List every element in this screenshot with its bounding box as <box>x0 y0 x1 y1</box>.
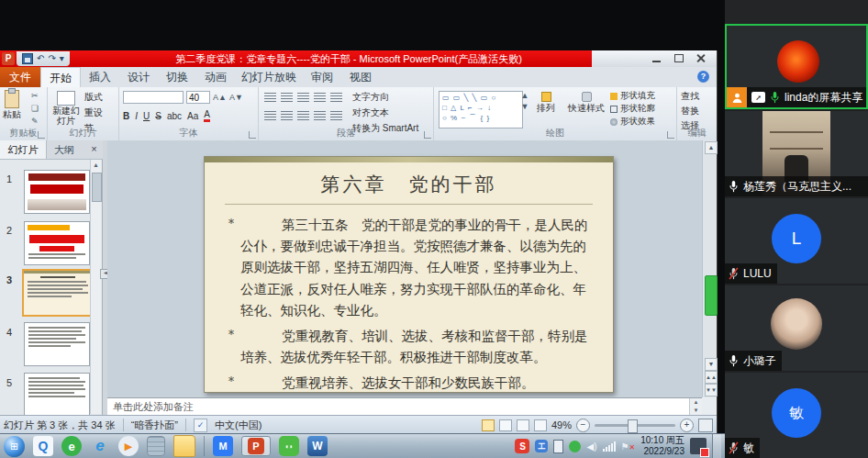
fit-to-window-icon[interactable] <box>698 419 713 432</box>
shapes-scroll-up-icon[interactable]: ▲ <box>521 91 529 101</box>
increase-indent-icon[interactable] <box>314 93 326 102</box>
word-icon[interactable]: W <box>307 436 328 456</box>
participant-tile-yanglianxiu[interactable]: 杨莲秀（马克思主义... <box>725 111 868 196</box>
align-text-button[interactable]: 对齐文本 <box>352 106 418 119</box>
qat-dropdown-icon[interactable]: ▾ <box>60 52 64 65</box>
numbering-icon[interactable] <box>281 93 293 102</box>
change-case-icon[interactable]: Aa <box>187 111 198 121</box>
tab-review[interactable]: 审阅 <box>303 67 341 87</box>
grow-font-icon[interactable]: A▲ <box>213 93 227 103</box>
slide-thumbnail-4[interactable] <box>24 322 90 366</box>
tab-outline[interactable]: 大纲 <box>46 140 83 159</box>
wechat-icon[interactable]: ◖◗ <box>279 436 299 456</box>
slide-thumbnail-5[interactable] <box>24 373 90 417</box>
redo-icon[interactable]: ↷ <box>48 52 55 65</box>
browser-360-icon[interactable]: e <box>61 436 82 456</box>
bold-icon[interactable]: B <box>123 111 129 121</box>
decrease-indent-icon[interactable] <box>297 93 309 102</box>
undo-icon[interactable]: ↶ <box>37 52 44 65</box>
columns-icon[interactable] <box>330 111 342 120</box>
tab-home[interactable]: 开始 <box>40 67 81 87</box>
powerpoint-taskbar-button[interactable]: P <box>241 436 271 456</box>
format-painter-icon[interactable]: ✎ <box>31 117 39 127</box>
slide-thumbnail-2[interactable] <box>24 221 90 265</box>
previous-slide-button[interactable]: ▲▲ <box>705 371 718 384</box>
slide-thumbnail-1[interactable] <box>24 170 90 214</box>
network-signal-icon[interactable] <box>603 441 616 452</box>
line-spacing-icon[interactable] <box>330 93 342 102</box>
minimize-button[interactable] <box>651 54 663 63</box>
tab-transitions[interactable]: 切换 <box>158 67 196 87</box>
sogou-input-icon[interactable]: S <box>515 439 529 453</box>
slideshow-view-icon[interactable] <box>534 419 547 431</box>
scroll-up-icon[interactable]: ▲ <box>705 141 718 154</box>
participant-tile-linda[interactable]: ➚ linda的屏幕共享 <box>725 24 868 109</box>
thumbnails-scrollbar[interactable]: ▲ <box>90 160 101 414</box>
tab-slideshow[interactable]: 幻灯片放映 <box>235 67 303 87</box>
cut-icon[interactable]: ✂ <box>31 91 39 101</box>
clear-formatting-icon[interactable]: abc <box>167 111 182 121</box>
align-left-icon[interactable] <box>264 111 276 120</box>
file-explorer-icon[interactable] <box>173 435 195 457</box>
maximize-button[interactable] <box>673 54 685 63</box>
meeting-tray-icon[interactable] <box>690 438 707 454</box>
find-button[interactable]: 查找 <box>681 90 699 103</box>
search-app-icon[interactable]: Q <box>33 436 53 456</box>
battery-tray-icon[interactable] <box>553 440 563 453</box>
shape-outline-button[interactable]: 形状轮廓 <box>610 103 655 115</box>
shapes-gallery[interactable]: ▭ ▭ ╲ ╲ ▭ ○ □ △ L ⌐ → ↓ ○ % ~ ⌒ { } <box>439 91 523 128</box>
notes-placeholder[interactable]: 单击此处添加备注 <box>113 400 194 414</box>
notes-scrollbar[interactable]: ▲ ▼ <box>689 398 702 415</box>
new-slide-button[interactable]: 新建幻灯片 <box>50 91 83 126</box>
tab-insert[interactable]: 插入 <box>81 67 119 87</box>
media-player-icon[interactable]: ▶ <box>118 436 139 456</box>
participant-tile-lulu[interactable]: L LULU <box>725 198 868 284</box>
copy-icon[interactable]: ❏ <box>31 104 39 114</box>
shapes-scroll-down-icon[interactable]: ▼ <box>521 102 529 112</box>
shape-fill-button[interactable]: 形状填充 <box>610 90 655 102</box>
tab-animations[interactable]: 动画 <box>196 67 235 87</box>
paste-button[interactable]: 粘贴 <box>3 90 21 121</box>
quick-styles-button[interactable]: 快速样式 <box>568 92 605 115</box>
zoom-out-button[interactable]: − <box>576 419 590 432</box>
scroll-down-icon[interactable]: ▼ <box>705 358 718 371</box>
notes-pane[interactable]: 单击此处添加备注 ▲ ▼ <box>107 397 702 415</box>
reading-view-icon[interactable] <box>517 419 529 431</box>
align-center-icon[interactable] <box>281 111 293 120</box>
justify-icon[interactable] <box>314 111 326 120</box>
slide-thumbnail-3-selected[interactable] <box>22 269 94 317</box>
layout-button[interactable]: 版式 <box>84 91 103 104</box>
show-desktop-button[interactable] <box>712 434 721 458</box>
meeting-app-icon[interactable]: M <box>213 436 233 456</box>
close-pane-icon[interactable]: × <box>88 143 100 155</box>
font-dialog-launcher[interactable] <box>249 131 256 139</box>
arrange-button[interactable]: 排列 <box>537 92 555 115</box>
language-indicator[interactable]: 中文(中国) <box>215 419 262 432</box>
slide-sorter-view-icon[interactable] <box>499 419 512 431</box>
input-toolbox-icon[interactable]: 工 <box>535 440 548 452</box>
notes-scroll-down-icon[interactable]: ▼ <box>690 407 702 415</box>
notes-scroll-up-icon[interactable]: ▲ <box>690 398 702 407</box>
help-icon[interactable]: ? <box>697 71 709 83</box>
thumbs-scroll-up-icon[interactable]: ▲ <box>91 160 101 170</box>
replace-button[interactable]: 替换 <box>681 105 699 117</box>
save-icon[interactable] <box>22 53 33 64</box>
powerpoint-logo-icon[interactable]: P <box>2 52 15 65</box>
zoom-slider-thumb[interactable] <box>628 419 638 433</box>
drawing-dialog-launcher[interactable] <box>667 131 674 139</box>
strikethrough-icon[interactable]: S <box>155 111 161 121</box>
text-direction-button[interactable]: 文字方向 <box>352 91 418 104</box>
spellcheck-icon[interactable]: ✓ <box>194 419 207 432</box>
font-name-combo[interactable] <box>123 91 184 104</box>
start-button[interactable]: ⊞ <box>4 436 25 457</box>
underline-icon[interactable]: U <box>143 111 150 121</box>
next-slide-button[interactable]: ▼▼ <box>705 384 718 397</box>
tab-file[interactable]: 文件 <box>0 67 40 87</box>
tab-view[interactable]: 视图 <box>341 67 380 87</box>
participant-tile-xiaoluzi[interactable]: 小璐子 <box>725 285 868 371</box>
paragraph-dialog-launcher[interactable] <box>424 131 431 139</box>
reset-button[interactable]: 重设 <box>84 106 103 119</box>
align-right-icon[interactable] <box>297 111 309 120</box>
font-size-combo[interactable]: 40 <box>186 91 210 104</box>
calculator-icon[interactable] <box>147 436 165 456</box>
